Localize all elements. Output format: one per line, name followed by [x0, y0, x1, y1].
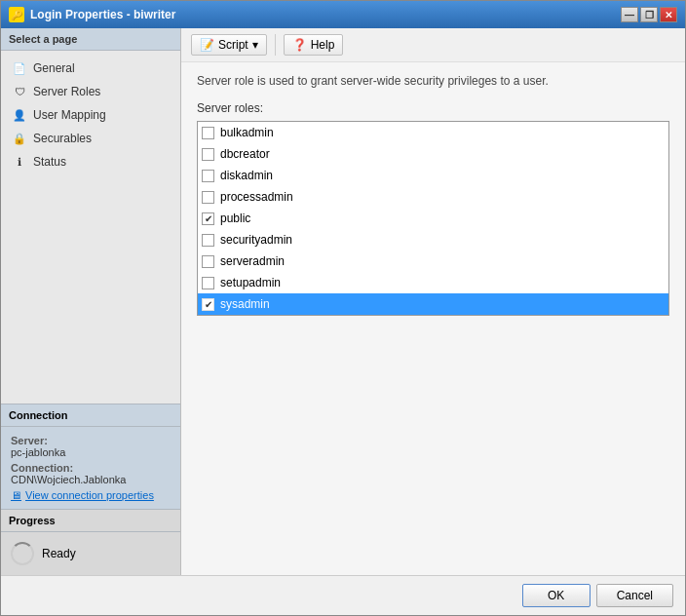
role-serveradmin-label: serveradmin — [220, 254, 285, 268]
role-processadmin-checkbox[interactable] — [202, 191, 214, 204]
role-diskadmin[interactable]: diskadmin — [198, 165, 668, 186]
role-bulkadmin-checkbox[interactable] — [202, 127, 214, 139]
role-sysadmin-label: sysadmin — [220, 297, 270, 311]
view-connection-icon: 🖥 — [11, 489, 21, 501]
sidebar-item-server-roles[interactable]: 🛡 Server Roles — [5, 80, 176, 103]
role-sysadmin-checkbox[interactable]: ✔ — [202, 298, 214, 311]
connection-label: Connection: — [11, 462, 171, 474]
connection-section: Connection Server: pc-jablonka Connectio… — [1, 404, 180, 509]
role-public-checkbox[interactable]: ✔ — [202, 212, 214, 225]
sidebar-item-status-label: Status — [33, 155, 66, 169]
view-connection-link[interactable]: 🖥 View connection properties — [11, 489, 171, 501]
role-bulkadmin[interactable]: bulkadmin — [198, 122, 668, 143]
role-serveradmin[interactable]: serveradmin — [198, 250, 668, 272]
progress-status: Ready — [42, 547, 76, 560]
role-bulkadmin-label: bulkadmin — [220, 126, 274, 139]
progress-content: Ready — [1, 532, 180, 575]
role-processadmin[interactable]: processadmin — [198, 186, 668, 208]
user-mapping-icon: 👤 — [11, 106, 28, 124]
role-diskadmin-checkbox[interactable] — [202, 170, 214, 182]
title-bar: 🔑 Login Properties - biwriter — ❐ ✕ — [1, 1, 685, 28]
sidebar-item-server-roles-label: Server Roles — [33, 85, 100, 98]
status-icon: ℹ — [11, 153, 28, 171]
sidebar: Select a page 📄 General 🛡 Server Roles 👤… — [1, 28, 181, 575]
help-label: Help — [311, 38, 335, 52]
help-icon: ❓ — [292, 38, 307, 52]
role-sysadmin[interactable]: ✔ sysadmin — [198, 293, 668, 315]
securables-icon: 🔒 — [11, 130, 28, 147]
help-button[interactable]: ❓ Help — [284, 34, 344, 56]
role-serveradmin-checkbox[interactable] — [202, 255, 214, 268]
server-label: Server: — [11, 435, 171, 446]
role-dbcreator-checkbox[interactable] — [202, 148, 214, 161]
sidebar-item-securables-label: Securables — [33, 132, 92, 145]
role-public[interactable]: ✔ public — [198, 208, 668, 229]
close-button[interactable]: ✕ — [660, 7, 677, 22]
toolbar-separator — [275, 34, 276, 56]
roles-section-label: Server roles: — [197, 101, 669, 115]
sidebar-item-user-mapping-label: User Mapping — [33, 108, 106, 122]
role-dbcreator[interactable]: dbcreator — [198, 143, 668, 165]
cancel-button[interactable]: Cancel — [596, 584, 673, 607]
server-value: pc-jablonka — [11, 446, 171, 458]
description-text: Server role is used to grant server-wide… — [197, 74, 669, 88]
connection-info: Server: pc-jablonka Connection: CDN\Wojc… — [1, 427, 180, 509]
content-area: Select a page 📄 General 🛡 Server Roles 👤… — [1, 28, 685, 575]
server-roles-icon: 🛡 — [11, 83, 28, 100]
script-icon: 📝 — [200, 38, 214, 52]
connection-value: CDN\Wojciech.Jablonka — [11, 474, 171, 485]
bottom-bar: OK Cancel — [1, 575, 685, 615]
main-content: Server role is used to grant server-wide… — [181, 62, 685, 575]
sidebar-item-securables[interactable]: 🔒 Securables — [5, 127, 176, 150]
restore-button[interactable]: ❐ — [640, 7, 658, 22]
role-setupadmin[interactable]: setupadmin — [198, 272, 668, 293]
connection-section-title: Connection — [1, 404, 180, 427]
role-dbcreator-label: dbcreator — [220, 147, 270, 161]
role-diskadmin-label: diskadmin — [220, 169, 273, 182]
roles-list: bulkadmin dbcreator diskadmin processadm… — [197, 121, 669, 316]
toolbar: 📝 Script ▾ ❓ Help — [181, 28, 685, 62]
ok-button[interactable]: OK — [522, 584, 591, 607]
view-connection-label: View connection properties — [25, 489, 154, 501]
role-securityadmin-label: securityadmin — [220, 233, 292, 247]
script-dropdown-icon: ▾ — [252, 38, 258, 52]
sidebar-item-status[interactable]: ℹ Status — [5, 150, 176, 173]
sidebar-item-general[interactable]: 📄 General — [5, 57, 176, 80]
sidebar-item-user-mapping[interactable]: 👤 User Mapping — [5, 103, 176, 127]
script-button[interactable]: 📝 Script ▾ — [191, 34, 267, 56]
sidebar-section-title: Select a page — [1, 28, 180, 51]
role-processadmin-label: processadmin — [220, 190, 293, 204]
script-label: Script — [218, 38, 248, 52]
role-securityadmin-checkbox[interactable] — [202, 234, 214, 247]
window-controls: — ❐ ✕ — [621, 7, 677, 22]
role-public-label: public — [220, 212, 250, 225]
sidebar-nav: 📄 General 🛡 Server Roles 👤 User Mapping … — [1, 51, 180, 404]
main-window: 🔑 Login Properties - biwriter — ❐ ✕ Sele… — [0, 0, 686, 616]
sidebar-item-general-label: General — [33, 61, 75, 75]
window-title: Login Properties - biwriter — [30, 8, 621, 21]
role-setupadmin-label: setupadmin — [220, 276, 281, 289]
role-securityadmin[interactable]: securityadmin — [198, 229, 668, 250]
minimize-button[interactable]: — — [621, 7, 638, 22]
window-icon: 🔑 — [9, 7, 24, 22]
progress-section: Progress Ready — [1, 509, 180, 575]
progress-spinner — [11, 542, 34, 565]
role-setupadmin-checkbox[interactable] — [202, 277, 214, 289]
main-area: 📝 Script ▾ ❓ Help Server role is used to… — [181, 28, 685, 575]
general-icon: 📄 — [11, 59, 28, 77]
progress-section-title: Progress — [1, 510, 180, 532]
